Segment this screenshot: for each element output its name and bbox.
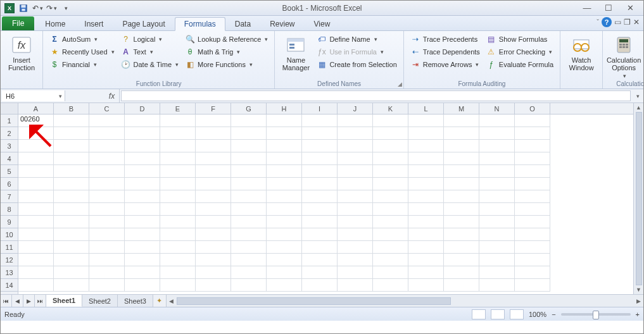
scroll-left-icon[interactable]: ◀ (167, 298, 177, 304)
cell[interactable]: 00260 (18, 114, 54, 127)
ribbon-minimize-icon[interactable]: ˇ (597, 18, 599, 26)
cell[interactable] (479, 114, 515, 127)
col-header[interactable]: A (18, 103, 54, 114)
cell[interactable] (125, 114, 160, 127)
zoom-in-button[interactable]: + (636, 311, 640, 318)
first-sheet-button[interactable]: ⏮ (1, 295, 12, 307)
cell[interactable] (479, 241, 515, 254)
cell[interactable] (89, 241, 125, 254)
select-all-corner[interactable] (1, 103, 18, 114)
cell[interactable] (373, 203, 408, 216)
vertical-scrollbar[interactable]: ▲ ▼ (633, 103, 643, 294)
hscroll-thumb[interactable] (177, 297, 451, 305)
cell[interactable] (196, 190, 231, 203)
col-header[interactable]: F (196, 103, 231, 114)
logical-button[interactable]: ?Logical▾ (120, 34, 180, 45)
cell[interactable] (373, 114, 408, 127)
row-header[interactable]: 11 (1, 241, 18, 254)
cell[interactable] (54, 127, 89, 140)
col-header[interactable]: D (125, 103, 160, 114)
cell[interactable] (18, 152, 54, 165)
cell[interactable] (160, 241, 196, 254)
create-from-selection-button[interactable]: ▦Create from Selection (315, 59, 398, 70)
cell[interactable] (515, 190, 550, 203)
row-header[interactable]: 8 (1, 203, 18, 216)
cell[interactable] (373, 165, 408, 178)
col-header[interactable]: N (479, 103, 515, 114)
cell[interactable] (89, 190, 125, 203)
cell[interactable] (444, 165, 479, 178)
col-header[interactable]: O (515, 103, 550, 114)
zoom-level[interactable]: 100% (529, 311, 546, 318)
cell[interactable] (515, 241, 550, 254)
cell[interactable] (338, 165, 373, 178)
cell[interactable] (196, 114, 231, 127)
cell[interactable] (54, 190, 89, 203)
cell[interactable] (302, 190, 338, 203)
cell[interactable] (338, 241, 373, 254)
cell[interactable] (196, 165, 231, 178)
minimize-button[interactable]: — (580, 3, 594, 13)
cell[interactable] (479, 178, 515, 190)
sheet-tab-1[interactable]: Sheet1 (46, 295, 82, 307)
new-sheet-button[interactable]: ✦ (153, 295, 166, 307)
cell[interactable] (408, 165, 444, 178)
scroll-thumb[interactable] (636, 112, 642, 285)
math-trig-button[interactable]: θMath & Trig▾ (184, 46, 269, 58)
cell[interactable] (515, 266, 550, 279)
cell[interactable] (196, 266, 231, 279)
calculation-options-button[interactable]: Calculation Options▾ (608, 34, 640, 79)
financial-button[interactable]: $Financial▾ (48, 59, 116, 70)
tab-formulas[interactable]: Formulas (175, 17, 225, 31)
col-header[interactable]: I (302, 103, 338, 114)
cell[interactable] (160, 228, 196, 241)
cell[interactable] (515, 228, 550, 241)
cell[interactable] (18, 165, 54, 178)
col-header[interactable]: K (373, 103, 408, 114)
cell[interactable] (231, 254, 267, 266)
cell[interactable] (231, 216, 267, 228)
cell[interactable] (54, 266, 89, 279)
row-header[interactable]: 12 (1, 254, 18, 266)
cell[interactable] (479, 190, 515, 203)
cell[interactable] (515, 152, 550, 165)
cell[interactable] (267, 216, 302, 228)
cell[interactable] (373, 152, 408, 165)
cell[interactable] (444, 152, 479, 165)
col-header[interactable]: E (160, 103, 196, 114)
save-button[interactable] (17, 2, 30, 15)
cell[interactable] (18, 216, 54, 228)
workbook-restore-icon[interactable]: ❐ (624, 18, 631, 27)
cell[interactable] (408, 266, 444, 279)
cell[interactable] (338, 279, 373, 292)
insert-function-button[interactable]: fx Insert Function (6, 34, 37, 71)
cell[interactable] (373, 216, 408, 228)
cell[interactable] (196, 241, 231, 254)
cell[interactable] (18, 279, 54, 292)
cell[interactable] (160, 216, 196, 228)
cell[interactable] (125, 241, 160, 254)
maximize-button[interactable]: ☐ (602, 3, 616, 13)
trace-dependents-button[interactable]: ⇠Trace Dependents (409, 46, 481, 58)
cell[interactable] (267, 254, 302, 266)
cell[interactable] (338, 152, 373, 165)
cell[interactable] (196, 216, 231, 228)
cell[interactable] (408, 228, 444, 241)
cell[interactable] (338, 254, 373, 266)
cell[interactable] (515, 165, 550, 178)
sheet-tab-2[interactable]: Sheet2 (82, 295, 118, 307)
cell[interactable] (196, 152, 231, 165)
col-header[interactable]: H (267, 103, 302, 114)
cell[interactable] (160, 152, 196, 165)
cell[interactable] (125, 190, 160, 203)
row-header[interactable]: 6 (1, 178, 18, 190)
cell[interactable] (408, 127, 444, 140)
text-button[interactable]: AText▾ (120, 46, 180, 58)
cell-grid[interactable]: 00260 (18, 114, 643, 294)
cell[interactable] (515, 279, 550, 292)
cell[interactable] (408, 178, 444, 190)
cell[interactable] (18, 241, 54, 254)
cell[interactable] (408, 140, 444, 152)
cell[interactable] (515, 178, 550, 190)
row-header[interactable]: 9 (1, 216, 18, 228)
